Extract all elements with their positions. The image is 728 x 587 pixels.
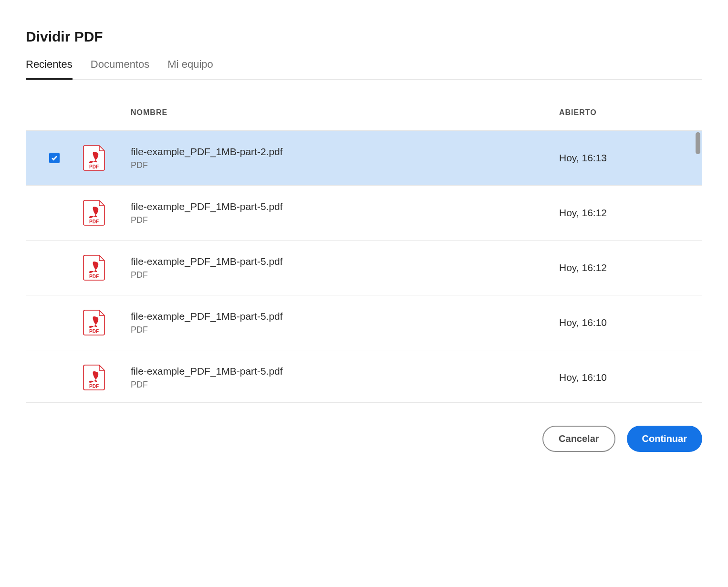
file-type: PDF [131,215,559,225]
continue-button[interactable]: Continuar [627,426,702,452]
pdf-file-icon: PDF [83,145,105,171]
table-row[interactable]: PDF file-example_PDF_1MB-part-5.pdf PDF … [26,185,702,240]
pdf-file-icon: PDF [83,365,105,390]
column-header-opened[interactable]: ABIERTO [559,108,702,117]
table-row[interactable]: PDF file-example_PDF_1MB-part-5.pdf PDF … [26,240,702,295]
file-type: PDF [131,325,559,335]
file-opened: Hoy, 16:12 [559,207,702,219]
row-checkbox[interactable] [49,153,60,163]
file-name: file-example_PDF_1MB-part-2.pdf [131,146,559,157]
pdf-file-icon: PDF [83,255,105,281]
file-name: file-example_PDF_1MB-part-5.pdf [131,256,559,267]
file-opened: Hoy, 16:10 [559,317,702,328]
file-type: PDF [131,270,559,280]
page-title: Dividir PDF [26,29,702,45]
scrollbar-thumb[interactable] [696,132,700,154]
file-table: NOMBRE ABIERTO PDF file-example_PDF_1MB-… [26,99,702,403]
pdf-file-icon: PDF [83,310,105,335]
cancel-button[interactable]: Cancelar [542,426,615,452]
file-name: file-example_PDF_1MB-part-5.pdf [131,366,559,377]
table-header: NOMBRE ABIERTO [26,99,702,130]
file-opened: Hoy, 16:10 [559,372,702,383]
tab-documentos[interactable]: Documentos [91,58,150,79]
tab-recientes[interactable]: Recientes [26,58,73,79]
tabs: Recientes Documentos Mi equipo [26,58,702,80]
file-opened: Hoy, 16:13 [559,152,702,164]
checkmark-icon [51,155,58,161]
table-row[interactable]: PDF file-example_PDF_1MB-part-5.pdf PDF … [26,350,702,402]
dialog-footer: Cancelar Continuar [26,426,702,452]
table-row[interactable]: PDF file-example_PDF_1MB-part-2.pdf PDF … [26,130,702,185]
tab-mi-equipo[interactable]: Mi equipo [167,58,213,79]
column-header-name[interactable]: NOMBRE [131,108,559,117]
file-list: PDF file-example_PDF_1MB-part-2.pdf PDF … [26,130,702,402]
svg-text:PDF: PDF [89,219,99,224]
svg-text:PDF: PDF [89,274,99,279]
file-name: file-example_PDF_1MB-part-5.pdf [131,201,559,212]
svg-text:PDF: PDF [89,329,99,334]
pdf-file-icon: PDF [83,200,105,226]
file-type: PDF [131,160,559,170]
file-type: PDF [131,380,559,390]
file-name: file-example_PDF_1MB-part-5.pdf [131,311,559,322]
svg-text:PDF: PDF [89,384,99,389]
svg-text:PDF: PDF [89,164,99,169]
table-row[interactable]: PDF file-example_PDF_1MB-part-5.pdf PDF … [26,295,702,350]
file-opened: Hoy, 16:12 [559,262,702,273]
